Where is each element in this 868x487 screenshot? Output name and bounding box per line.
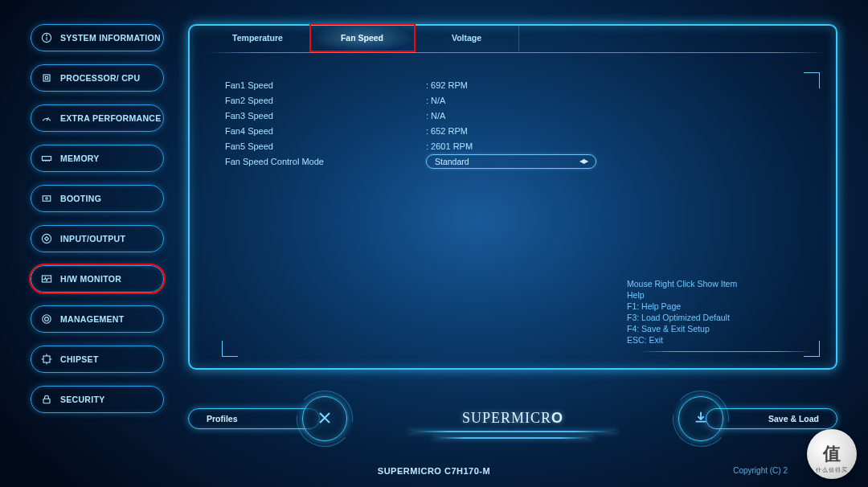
sidebar-item-label: MANAGEMENT bbox=[60, 314, 124, 324]
help-line: ESC: Exit bbox=[627, 334, 812, 346]
performance-icon bbox=[39, 111, 54, 125]
sidebar-item-processor-cpu[interactable]: PROCESSOR/ CPU bbox=[31, 64, 164, 92]
svg-point-15 bbox=[45, 317, 49, 321]
sidebar-item-security[interactable]: SECURITY bbox=[31, 386, 164, 413]
select-value: Standard bbox=[435, 157, 469, 166]
svg-rect-17 bbox=[43, 356, 50, 362]
gear-icon bbox=[39, 312, 54, 326]
sidebar-item-label: H/W MONITOR bbox=[60, 274, 121, 284]
svg-rect-11 bbox=[43, 196, 51, 201]
brand-underline bbox=[408, 431, 617, 432]
corner-bracket bbox=[804, 72, 820, 88]
tab-label: Voltage bbox=[452, 33, 481, 43]
sidebar-item-extra-performance[interactable]: EXTRA PERFORMANCE bbox=[31, 104, 164, 132]
corner-bracket bbox=[222, 341, 238, 357]
sidebar-item-label: SECURITY bbox=[60, 395, 105, 404]
table-row: Fan1 Speed : 692 RPM bbox=[225, 77, 820, 92]
row-label: Fan3 Speed bbox=[225, 111, 426, 121]
brand-text: SUPERMICR bbox=[462, 410, 551, 426]
row-value: : N/A bbox=[426, 111, 445, 121]
tab-voltage[interactable]: Voltage bbox=[415, 24, 519, 51]
lock-icon bbox=[39, 392, 54, 407]
svg-point-2 bbox=[47, 35, 47, 35]
sidebar-item-system-information[interactable]: SYSTEM INFORMATION bbox=[31, 24, 164, 51]
sidebar-item-label: BOOTING bbox=[60, 194, 101, 203]
svg-rect-6 bbox=[42, 157, 51, 161]
tabs: Temperature Fan Speed Voltage bbox=[206, 24, 519, 51]
row-label: Fan2 Speed bbox=[225, 96, 426, 105]
help-text: Mouse Right Click Show Item Help F1: Hel… bbox=[627, 278, 812, 346]
table-row: Fan5 Speed : 2601 RPM bbox=[225, 138, 820, 153]
svg-point-16 bbox=[43, 315, 51, 323]
hw-monitor-icon bbox=[39, 272, 54, 286]
fan-speed-control-row: Fan Speed Control Mode Standard ◀▶ bbox=[225, 153, 820, 169]
row-label: Fan1 Speed bbox=[225, 80, 426, 90]
brand-underline bbox=[432, 437, 593, 439]
sidebar-item-booting[interactable]: BOOTING bbox=[31, 185, 164, 212]
help-line: F4: Save & Exit Setup bbox=[627, 323, 812, 334]
row-label: Fan Speed Control Mode bbox=[225, 157, 426, 166]
tab-label: Fan Speed bbox=[341, 33, 383, 43]
help-line: F3: Load Optimized Default bbox=[627, 312, 812, 323]
sidebar-item-memory[interactable]: MEMORY bbox=[31, 145, 164, 172]
tabs-underline bbox=[206, 52, 825, 53]
table-row: Fan4 Speed : 652 RPM bbox=[225, 123, 820, 138]
button-label: Save & Load bbox=[768, 414, 819, 424]
cpu-icon bbox=[39, 71, 54, 85]
row-value: : 2601 RPM bbox=[426, 141, 473, 151]
bottom-bar: Profiles SUPERMICRO Save & Load bbox=[188, 383, 837, 447]
sidebar-item-label: SYSTEM INFORMATION bbox=[60, 33, 161, 43]
table-row: Fan3 Speed : N/A bbox=[225, 108, 820, 123]
tab-fan-speed[interactable]: Fan Speed bbox=[310, 24, 415, 51]
row-value: : N/A bbox=[426, 96, 445, 105]
chipset-icon bbox=[39, 352, 54, 366]
brand-text-o: O bbox=[551, 410, 563, 426]
tab-temperature[interactable]: Temperature bbox=[206, 24, 310, 51]
row-value: : 652 RPM bbox=[426, 126, 468, 136]
sidebar-item-management[interactable]: MANAGEMENT bbox=[31, 305, 164, 333]
chevron-leftright-icon: ◀▶ bbox=[579, 158, 588, 165]
boot-icon bbox=[39, 191, 54, 206]
sidebar-item-hw-monitor[interactable]: H/W MONITOR bbox=[31, 265, 164, 293]
help-line: Help bbox=[627, 289, 812, 301]
help-line: F1: Help Page bbox=[627, 301, 812, 312]
save-load-button[interactable]: Save & Load bbox=[706, 408, 837, 429]
sidebar-item-input-output[interactable]: INPUT/OUTPUT bbox=[31, 225, 164, 252]
copyright-text: Copyright (C) 2 bbox=[733, 466, 788, 475]
svg-rect-22 bbox=[43, 399, 50, 403]
sidebar-item-label: EXTRA PERFORMANCE bbox=[60, 113, 161, 123]
watermark-ring: 什么值得买 bbox=[816, 466, 848, 474]
watermark-badge: 值 什么值得买 bbox=[807, 429, 857, 479]
sidebar-item-label: INPUT/OUTPUT bbox=[60, 234, 125, 244]
svg-rect-4 bbox=[45, 76, 47, 79]
fan-speed-control-select[interactable]: Standard ◀▶ bbox=[426, 154, 596, 169]
fan-speed-table: Fan1 Speed : 692 RPM Fan2 Speed : N/A Fa… bbox=[225, 77, 820, 169]
info-icon bbox=[39, 31, 54, 45]
row-label: Fan5 Speed bbox=[225, 141, 426, 151]
sidebar-item-chipset[interactable]: CHIPSET bbox=[31, 346, 164, 373]
sidebar-item-label: CHIPSET bbox=[60, 354, 99, 364]
table-row: Fan2 Speed : N/A bbox=[225, 92, 820, 108]
row-value: : 692 RPM bbox=[426, 80, 468, 90]
tab-label: Temperature bbox=[232, 33, 283, 43]
help-divider bbox=[640, 351, 812, 352]
svg-point-12 bbox=[46, 198, 47, 199]
memory-icon bbox=[39, 151, 54, 166]
sidebar-item-label: MEMORY bbox=[60, 153, 100, 163]
watermark-char: 值 bbox=[823, 445, 841, 463]
svg-rect-3 bbox=[43, 75, 50, 81]
help-line: Mouse Right Click Show Item bbox=[627, 278, 812, 289]
sidebar: SYSTEM INFORMATION PROCESSOR/ CPU EXTRA … bbox=[31, 24, 164, 413]
io-icon bbox=[39, 231, 54, 246]
row-label: Fan4 Speed bbox=[225, 126, 426, 136]
main-panel: Temperature Fan Speed Voltage Fan1 Speed… bbox=[188, 24, 837, 370]
sidebar-item-label: PROCESSOR/ CPU bbox=[60, 73, 140, 83]
footer: SUPERMICRO C7H170-M Copyright (C) 2 bbox=[0, 466, 868, 482]
svg-point-13 bbox=[42, 234, 51, 243]
